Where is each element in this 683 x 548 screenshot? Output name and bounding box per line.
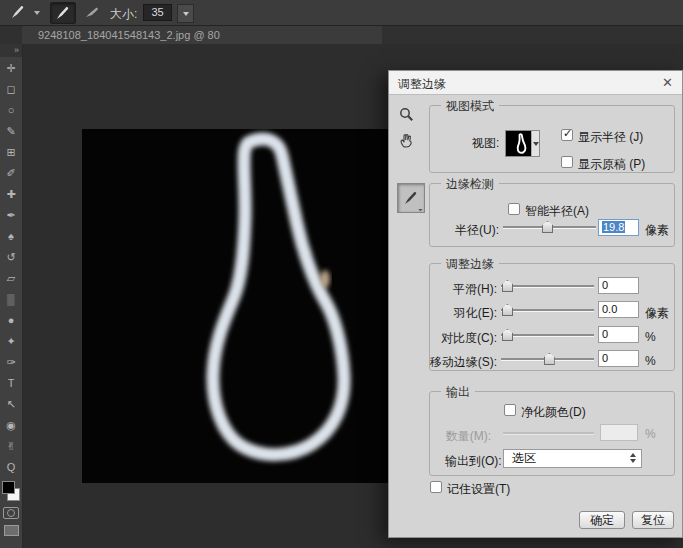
output-to-label: 输出到(O): [445,453,502,470]
spinner-arrows-icon [630,453,636,463]
show-radius-checkbox[interactable] [561,129,573,141]
options-bar: 大小: 35 [0,0,683,26]
healing-brush-tool[interactable]: ✚ [0,184,22,205]
hand-tool[interactable]: ✌ [0,436,22,457]
refine-radius-tool-button-dialog[interactable] [397,183,425,213]
shift-edge-slider[interactable] [501,353,594,365]
panel-collapse-button[interactable]: » [0,44,22,57]
clone-stamp-tool[interactable]: ♠ [0,226,22,247]
feather-label: 羽化(E): [411,305,497,322]
chevron-down-icon [531,131,539,156]
screen-mode-button[interactable] [4,525,19,536]
eraser-tool[interactable]: ▱ [0,268,22,289]
tool-preset-button[interactable] [5,2,31,22]
view-mode-legend: 视图模式 [441,98,499,115]
dialog-titlebar[interactable]: 调整边缘 ✕ [389,71,682,95]
dialog-title: 调整边缘 [398,76,446,93]
tools-panel: » ✛◻○✎⊞✐✚✒♠↺▱▒●✦✑T↖◉✌Q [0,44,23,548]
quick-selection-tool[interactable]: ✎ [0,121,22,142]
brush-size-label: 大小: [110,6,137,23]
radius-value[interactable]: 19.8 [598,219,639,236]
slider-knob[interactable] [544,353,555,365]
radius-slider[interactable] [503,221,596,233]
decontaminate-colors-checkbox[interactable] [504,404,516,416]
erase-refinements-tool-button[interactable] [80,2,104,22]
move-tool[interactable]: ✛ [0,58,22,79]
remember-settings-label: 记住设置(T) [447,481,510,498]
edge-color-spot [320,270,330,288]
output-legend: 输出 [441,384,475,401]
amount-slider [503,427,594,439]
feather-slider[interactable] [501,304,594,316]
show-original-checkbox[interactable] [561,156,573,168]
pen-tool[interactable]: ✑ [0,352,22,373]
hand-tool-icon[interactable] [399,132,414,151]
reset-button[interactable]: 复位 [632,511,674,529]
eyedropper-tool[interactable]: ✐ [0,163,22,184]
feather-unit: 像素 [645,305,669,322]
show-original-label: 显示原稿 (P) [578,156,645,173]
remember-settings-checkbox[interactable] [430,481,442,493]
feather-value[interactable]: 0.0 [598,301,639,318]
amount-value [600,424,638,441]
lasso-tool[interactable]: ○ [0,100,22,121]
radius-label: 半径(U): [447,222,499,239]
adjust-edge-legend: 调整边缘 [441,256,499,273]
chevron-down-icon [183,12,189,16]
brush-icon [55,5,71,21]
brush-size-dropdown-button[interactable] [177,4,194,23]
show-radius-label: 显示半径 (J) [578,129,643,146]
slider-knob[interactable] [502,280,513,292]
shift-edge-value[interactable]: 0 [598,350,639,367]
shape-tool[interactable]: ◉ [0,415,22,436]
smart-radius-checkbox[interactable] [508,203,520,215]
refine-radius-tool-button[interactable] [50,2,76,24]
dodge-tool[interactable]: ✦ [0,331,22,352]
edge-detection-legend: 边缘检测 [441,176,499,193]
path-selection-tool[interactable]: ↖ [0,394,22,415]
slider-knob[interactable] [502,304,513,316]
contrast-value[interactable]: 0 [598,326,639,343]
zoom-tool[interactable]: Q [0,457,22,478]
image-canvas[interactable] [82,129,388,483]
radius-unit: 像素 [645,222,669,239]
output-to-value: 选区 [512,450,536,467]
brush-size-value[interactable]: 35 [143,4,172,21]
tool-list: ✛◻○✎⊞✐✚✒♠↺▱▒●✦✑T↖◉✌Q [0,58,22,478]
output-to-select[interactable]: 选区 [503,449,642,468]
blur-tool[interactable]: ● [0,310,22,331]
marquee-tool[interactable]: ◻ [0,79,22,100]
chevron-icon [418,205,424,211]
document-tab[interactable]: 9248108_184041548143_2.jpg @ 80 [22,26,382,44]
amount-label: 数量(M): [429,428,491,445]
history-brush-tool[interactable]: ↺ [0,247,22,268]
brush-icon [403,190,419,206]
view-label: 视图: [472,135,499,152]
zoom-tool-icon[interactable] [399,107,414,125]
color-swatches[interactable] [2,481,20,501]
tool-preset-caret-icon[interactable] [34,11,40,15]
photoshop-window: 大小: 35 9248108_184041548143_2.jpg @ 80 »… [0,0,683,548]
brush-icon [10,4,26,20]
brush-tool[interactable]: ✒ [0,205,22,226]
tab-bar: 9248108_184041548143_2.jpg @ 80 [0,26,683,44]
close-icon[interactable]: ✕ [662,75,673,90]
contrast-slider[interactable] [501,329,594,341]
view-thumbnail-dropdown[interactable] [505,130,540,157]
smooth-slider[interactable] [501,280,594,292]
slider-knob[interactable] [542,221,553,233]
foreground-color-swatch[interactable] [2,481,15,494]
smart-radius-label: 智能半径(A) [525,203,589,220]
shift-edge-unit: % [645,354,656,368]
eraser-brush-icon [84,4,100,20]
quick-mask-icon [7,509,15,517]
crop-tool[interactable]: ⊞ [0,142,22,163]
document-tab-title: 9248108_184041548143_2.jpg @ 80 [38,29,220,41]
smooth-value[interactable]: 0 [598,277,639,294]
ok-button[interactable]: 确定 [579,511,625,529]
slider-knob[interactable] [502,329,513,341]
gradient-tool[interactable]: ▒ [0,289,22,310]
quick-mask-button[interactable] [3,507,19,519]
type-tool[interactable]: T [0,373,22,394]
view-thumbnail [506,131,531,156]
